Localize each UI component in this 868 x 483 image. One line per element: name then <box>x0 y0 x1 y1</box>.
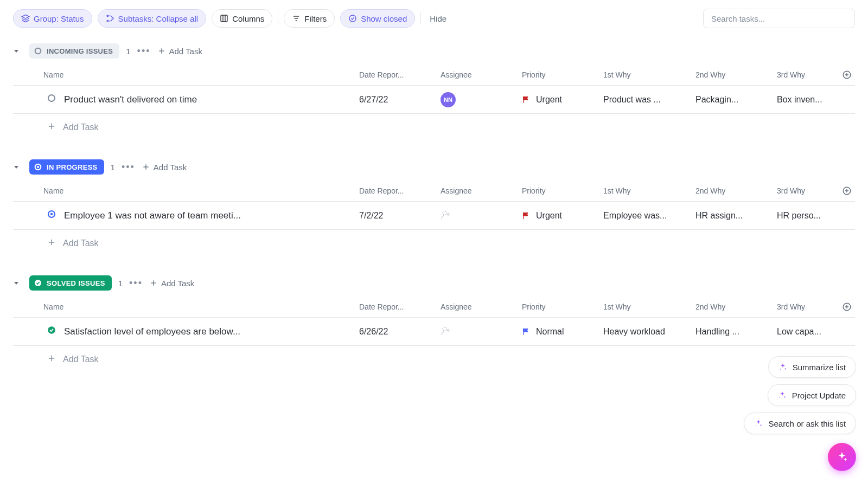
status-open-icon[interactable] <box>47 93 56 106</box>
task-why2[interactable]: Handling ... <box>692 327 774 337</box>
group-more-menu[interactable]: ••• <box>122 162 135 173</box>
col-why2[interactable]: 2nd Why <box>692 186 774 195</box>
task-assignee[interactable]: NN <box>437 92 519 107</box>
group-by-label: Group: Status <box>34 14 84 23</box>
task-why2[interactable]: HR assign... <box>692 211 774 221</box>
ai-summarize-button[interactable]: Summarize list <box>768 356 856 378</box>
col-name[interactable]: Name <box>43 186 356 195</box>
group-more-menu[interactable]: ••• <box>129 278 143 289</box>
svg-rect-4 <box>221 15 227 22</box>
plus-icon <box>157 47 166 55</box>
col-priority[interactable]: Priority <box>519 70 600 79</box>
col-assignee[interactable]: Assignee <box>437 186 519 195</box>
add-column-button[interactable] <box>839 70 855 80</box>
col-date[interactable]: Date Repor... <box>356 302 437 311</box>
status-chip-incoming[interactable]: INCOMING ISSUES <box>29 43 119 59</box>
status-done-icon[interactable] <box>47 325 56 338</box>
task-date[interactable]: 7/2/22 <box>356 211 437 221</box>
add-column-button[interactable] <box>839 186 855 196</box>
col-assignee[interactable]: Assignee <box>437 302 519 311</box>
task-why3[interactable]: HR perso... <box>774 211 839 221</box>
task-why1[interactable]: Employee was... <box>600 211 692 221</box>
group-add-task[interactable]: Add Task <box>149 279 194 288</box>
priority-label: Urgent <box>536 211 562 221</box>
sparkle-icon <box>778 391 787 400</box>
add-task-row-label: Add Task <box>63 123 99 132</box>
status-done-icon <box>34 279 42 287</box>
col-date[interactable]: Date Repor... <box>356 70 437 79</box>
task-name: Satisfaction level of employees are belo… <box>64 326 240 337</box>
add-task-row-label: Add Task <box>63 355 99 364</box>
task-assignee[interactable] <box>437 325 519 338</box>
ai-search-ask-button[interactable]: Search or ask this list <box>744 413 856 434</box>
col-name[interactable]: Name <box>43 302 356 311</box>
ai-fab-button[interactable] <box>828 443 856 453</box>
svg-point-44 <box>443 327 446 331</box>
ai-summarize-label: Summarize list <box>793 363 846 372</box>
task-priority[interactable]: Urgent <box>519 95 600 105</box>
task-row[interactable]: Satisfaction level of employees are belo… <box>13 318 855 346</box>
status-progress-icon <box>34 163 42 171</box>
col-priority[interactable]: Priority <box>519 302 600 311</box>
flag-icon <box>522 211 531 220</box>
group-by-pill[interactable]: Group: Status <box>13 9 92 28</box>
col-why2[interactable]: 2nd Why <box>692 302 774 311</box>
col-why3[interactable]: 3rd Why <box>774 70 839 79</box>
plus-icon <box>47 121 56 133</box>
task-why3[interactable]: Box inven... <box>774 95 839 105</box>
add-task-row[interactable]: Add Task <box>13 114 855 141</box>
col-date[interactable]: Date Repor... <box>356 186 437 195</box>
col-why1[interactable]: 1st Why <box>600 186 692 195</box>
group-add-task[interactable]: Add Task <box>142 163 187 172</box>
col-why1[interactable]: 1st Why <box>600 302 692 311</box>
assign-user-icon <box>441 212 451 222</box>
status-chip-in-progress[interactable]: IN PROGRESS <box>29 159 104 175</box>
task-row[interactable]: Product wasn't delivered on time 6/27/22… <box>13 86 855 114</box>
priority-label: Urgent <box>536 95 562 105</box>
show-closed-pill[interactable]: Show closed <box>340 9 415 28</box>
add-column-button[interactable] <box>839 302 855 312</box>
task-why1[interactable]: Product was ... <box>600 95 692 105</box>
group-add-task[interactable]: Add Task <box>157 47 202 56</box>
ai-project-update-button[interactable]: Project Update <box>768 384 856 406</box>
col-name[interactable]: Name <box>43 70 356 79</box>
task-assignee[interactable] <box>437 209 519 222</box>
status-chip-solved[interactable]: SOLVED ISSUES <box>29 275 112 291</box>
col-priority[interactable]: Priority <box>519 186 600 195</box>
task-date[interactable]: 6/27/22 <box>356 95 437 105</box>
col-why3[interactable]: 3rd Why <box>774 186 839 195</box>
caret-down-icon <box>13 48 20 54</box>
task-why1[interactable]: Heavy workload <box>600 327 692 337</box>
col-why2[interactable]: 2nd Why <box>692 70 774 79</box>
column-headers: Name Date Repor... Assignee Priority 1st… <box>13 296 855 318</box>
toolbar-divider-2 <box>420 12 421 24</box>
collapse-toggle[interactable] <box>13 48 23 54</box>
col-assignee[interactable]: Assignee <box>437 70 519 79</box>
task-row[interactable]: Employee 1 was not aware of team meeti..… <box>13 202 855 230</box>
task-date[interactable]: 6/26/22 <box>356 327 437 337</box>
svg-marker-0 <box>22 15 29 18</box>
task-priority[interactable]: Normal <box>519 327 600 337</box>
add-task-row[interactable]: Add Task <box>13 346 855 373</box>
task-why2[interactable]: Packagin... <box>692 95 774 105</box>
svg-marker-11 <box>14 50 18 53</box>
task-why3[interactable]: Low capa... <box>774 327 839 337</box>
check-circle-icon <box>348 14 357 23</box>
hide-button[interactable]: Hide <box>426 14 450 23</box>
layers-icon <box>21 14 30 23</box>
col-why3[interactable]: 3rd Why <box>774 302 839 311</box>
collapse-toggle[interactable] <box>13 164 23 170</box>
task-name: Employee 1 was not aware of team meeti..… <box>64 210 241 221</box>
columns-pill[interactable]: Columns <box>212 9 272 28</box>
search-input[interactable] <box>703 9 855 28</box>
plus-icon <box>142 163 150 171</box>
task-priority[interactable]: Urgent <box>519 211 600 221</box>
collapse-toggle[interactable] <box>13 280 23 286</box>
status-progress-icon[interactable] <box>47 209 56 222</box>
col-why1[interactable]: 1st Why <box>600 70 692 79</box>
group-more-menu[interactable]: ••• <box>137 46 151 57</box>
add-task-row[interactable]: Add Task <box>13 230 855 257</box>
filters-pill[interactable]: Filters <box>284 9 335 28</box>
subtasks-pill[interactable]: Subtasks: Collapse all <box>98 9 207 28</box>
svg-marker-36 <box>14 282 18 285</box>
